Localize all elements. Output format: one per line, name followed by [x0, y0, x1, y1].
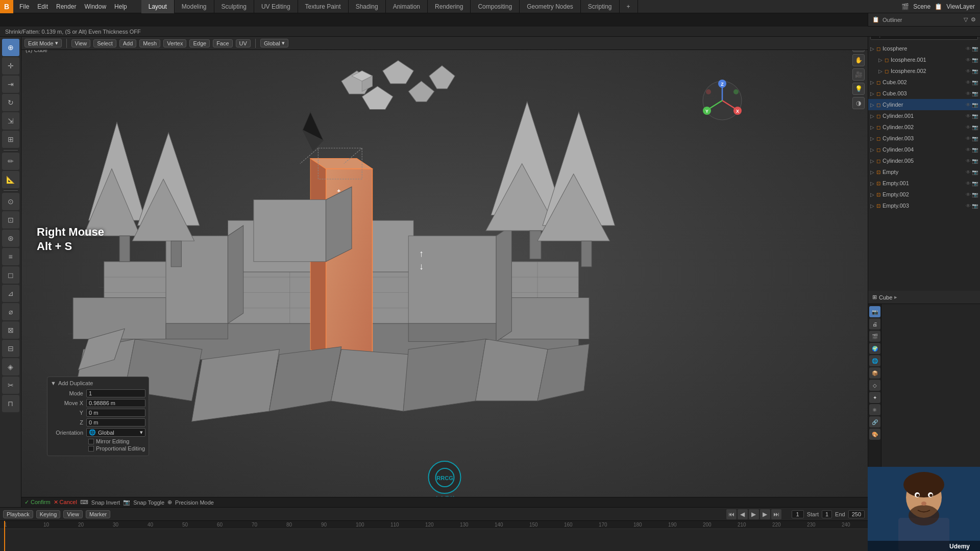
eye-icon[interactable]: 👁	[966, 181, 971, 186]
render-icon[interactable]: 📷	[972, 113, 978, 119]
prop-tab-constraints[interactable]: 🔗	[869, 416, 880, 428]
tool-shear[interactable]: ⊟	[2, 340, 19, 357]
view-timeline-menu[interactable]: View	[63, 510, 83, 518]
viewport-3d[interactable]: ↑ ↓ User Perspective (1) Cube Right Mous…	[21, 37, 868, 507]
tool-move[interactable]: ⇥	[2, 76, 19, 93]
eye-icon[interactable]: 👁	[966, 192, 971, 197]
render-icon[interactable]: 📷	[972, 57, 978, 63]
eye-icon[interactable]: 👁	[966, 102, 971, 108]
z-value[interactable]: 0 m	[86, 418, 145, 427]
tool-cursor[interactable]: ✛	[2, 57, 19, 74]
render-icon[interactable]: 📷	[972, 192, 978, 197]
tool-extrude[interactable]: ⊙	[2, 193, 19, 210]
move-x-value[interactable]: 0.98886 m	[86, 399, 145, 407]
tool-bevel[interactable]: ⊛	[2, 230, 19, 247]
mode-selector[interactable]: Edit Mode ▾	[24, 39, 62, 47]
eye-icon[interactable]: 👁	[966, 169, 971, 175]
cancel-btn[interactable]: ✕ Cancel	[54, 499, 77, 506]
mesh-menu[interactable]: Mesh	[139, 39, 160, 47]
outliner-item[interactable]: ▷ ◻ Icosphere.001 👁 📷	[868, 54, 980, 65]
prop-tab-world[interactable]: 🌐	[869, 355, 880, 366]
tool-rotate[interactable]: ↻	[2, 94, 19, 111]
tool-edge-slide[interactable]: ⊠	[2, 321, 19, 339]
outliner-item[interactable]: ▷ ◻ Cube.003 👁 📷	[868, 88, 980, 99]
render-icon[interactable]: 📷	[972, 169, 978, 175]
shading-btn[interactable]: ◑	[852, 97, 865, 109]
render-icon[interactable]: 📷	[972, 46, 978, 52]
menu-window[interactable]: Window	[80, 0, 110, 13]
outliner-item[interactable]: ▷ ◻ Icosphere.002 👁 📷	[868, 65, 980, 77]
tool-bisect[interactable]: ⊓	[2, 395, 19, 412]
render-icon[interactable]: 📷	[972, 68, 978, 74]
edge-menu[interactable]: Edge	[189, 39, 210, 47]
render-icon[interactable]: 📷	[972, 147, 978, 153]
outliner-filter-btn[interactable]: ▽	[964, 16, 968, 23]
tool-scale[interactable]: ⇲	[2, 112, 19, 130]
orientation-selector[interactable]: Global ▾	[260, 39, 288, 47]
tab-sculpting[interactable]: Sculpting	[214, 0, 254, 13]
proportional-editing-checkbox[interactable]	[88, 446, 94, 452]
prop-tab-material[interactable]: 🎨	[869, 429, 880, 440]
tab-geometry-nodes[interactable]: Geometry Nodes	[520, 0, 581, 13]
eye-icon[interactable]: 👁	[966, 147, 971, 153]
prev-frame-btn[interactable]: ◀	[738, 509, 748, 519]
eye-icon[interactable]: 👁	[966, 124, 971, 130]
tool-inset[interactable]: ⊡	[2, 211, 19, 229]
prop-tab-view[interactable]: 🎬	[869, 331, 880, 342]
play-btn[interactable]: ▶	[749, 509, 759, 519]
menu-render[interactable]: Render	[52, 0, 80, 13]
snap-toggle-btn[interactable]: 📷	[123, 499, 130, 506]
eye-icon[interactable]: 👁	[966, 136, 971, 141]
jump-start-btn[interactable]: ⏮	[726, 509, 737, 519]
outliner-item[interactable]: ▷ ◻ Cylinder.002 👁 📷	[868, 121, 980, 133]
outliner-item[interactable]: ▷ ⊡ Empty.001 👁 📷	[868, 178, 980, 189]
keying-menu[interactable]: Keying	[36, 510, 61, 518]
render-icon[interactable]: 📷	[972, 124, 978, 130]
tab-compositing[interactable]: Compositing	[471, 0, 520, 13]
render-icon[interactable]: 📷	[972, 91, 978, 96]
tab-uv-editing[interactable]: UV Editing	[254, 0, 298, 13]
render-icon[interactable]: 📷	[972, 80, 978, 85]
render-icon[interactable]: 📷	[972, 203, 978, 209]
render-icon[interactable]: 📷	[972, 158, 978, 164]
start-value[interactable]: 1	[822, 510, 832, 518]
prop-tab-output[interactable]: 🖨	[869, 318, 880, 330]
outliner-item[interactable]: ▷ ◻ Cylinder.004 👁 📷	[868, 144, 980, 155]
select-menu[interactable]: Select	[93, 39, 116, 47]
camera-btn[interactable]: 🎥	[852, 68, 865, 81]
eye-icon[interactable]: 👁	[966, 203, 971, 209]
playback-menu[interactable]: Playback	[3, 510, 33, 518]
tool-rip[interactable]: ◈	[2, 358, 19, 375]
menu-edit[interactable]: Edit	[33, 0, 52, 13]
add-menu[interactable]: Add	[119, 39, 137, 47]
tab-modeling[interactable]: Modeling	[175, 0, 214, 13]
tool-poly-build[interactable]: ◻	[2, 266, 19, 284]
vertex-menu[interactable]: Vertex	[163, 39, 186, 47]
eye-icon[interactable]: 👁	[966, 68, 971, 74]
tab-scripting[interactable]: Scripting	[581, 0, 620, 13]
eye-icon[interactable]: 👁	[966, 80, 971, 85]
end-value[interactable]: 250	[848, 510, 865, 518]
tab-animation[interactable]: Animation	[386, 0, 428, 13]
precision-mode-btn[interactable]: ⊕	[167, 499, 172, 506]
tool-select-box[interactable]: ⊕	[2, 39, 19, 56]
gizmo-widget[interactable]: Z X Y	[699, 78, 745, 123]
prop-tab-scene[interactable]: 🌍	[869, 343, 880, 354]
eye-icon[interactable]: 👁	[966, 91, 971, 96]
tool-measure[interactable]: 📐	[2, 171, 19, 188]
tab-layout[interactable]: Layout	[141, 0, 175, 13]
prop-tab-object[interactable]: 📦	[869, 367, 880, 379]
face-menu[interactable]: Face	[213, 39, 232, 47]
y-value[interactable]: 0 m	[86, 409, 145, 417]
eye-icon[interactable]: 👁	[966, 57, 971, 63]
menu-file[interactable]: File	[15, 0, 33, 13]
mirror-editing-checkbox[interactable]	[88, 439, 94, 444]
outliner-item[interactable]: ▷ ⊡ Empty.003 👁 📷	[868, 200, 980, 211]
viewlayer-name[interactable]: ViewLayer	[946, 3, 975, 10]
marker-menu[interactable]: Marker	[86, 510, 110, 518]
menu-help[interactable]: Help	[110, 0, 131, 13]
outliner-item[interactable]: ▷ ◻ Cylinder.005 👁 📷	[868, 155, 980, 166]
prop-tab-physics[interactable]: ⚛	[869, 404, 880, 415]
current-frame-display[interactable]: 1	[792, 510, 804, 518]
tab-add[interactable]: +	[620, 0, 638, 13]
